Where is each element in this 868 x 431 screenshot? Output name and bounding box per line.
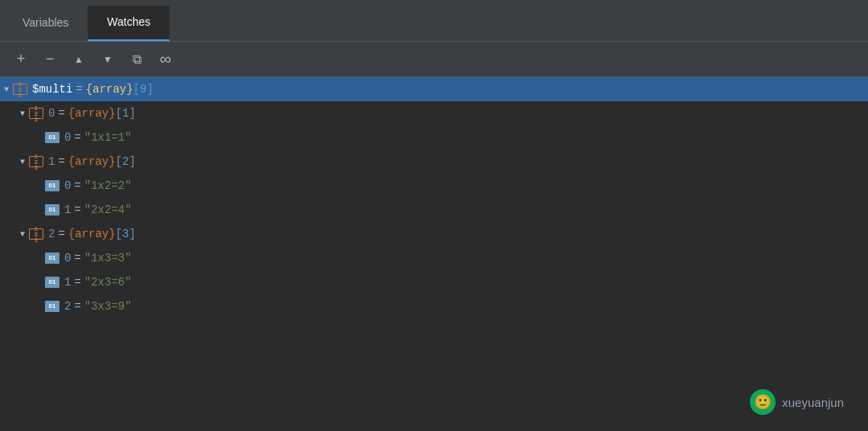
type-label: {array} <box>68 155 116 168</box>
tab-watches[interactable]: Watches <box>88 6 170 41</box>
count-label: [3] <box>116 228 136 240</box>
count-label: [9] <box>133 83 154 96</box>
var-name: 0 <box>64 252 71 265</box>
tree-row[interactable]: 123$multi = {array} [9] <box>0 77 868 101</box>
expand-arrow[interactable] <box>0 83 13 96</box>
tree-row[interactable]: 1230 = {array} [1] <box>0 101 868 125</box>
tree-row[interactable]: 012 = "3x3=9" <box>0 294 868 318</box>
remove-button[interactable]: − <box>40 50 59 69</box>
string-value: "2x3=6" <box>84 276 132 289</box>
toolbar: + − ▲ ▼ ⧉ ∞ <box>0 42 868 77</box>
string-value: "2x2=4" <box>84 203 132 216</box>
string-value: "1x1=1" <box>84 131 132 144</box>
equals-sign: = <box>76 83 82 96</box>
var-name: 2 <box>64 300 71 313</box>
array-icon: 123 <box>29 156 43 167</box>
equals-sign: = <box>74 252 80 265</box>
expand-arrow[interactable] <box>16 107 29 120</box>
infinity-button[interactable]: ∞ <box>156 50 175 69</box>
count-label: [1] <box>116 107 136 120</box>
var-name: 1 <box>48 155 55 168</box>
var-name: 1 <box>64 203 71 216</box>
string-value: "1x3=3" <box>84 252 132 265</box>
arrow-spacer <box>32 131 45 144</box>
tree-area: 123$multi = {array} [9]1230 = {array} [1… <box>0 77 868 431</box>
equals-sign: = <box>74 300 80 313</box>
move-down-button[interactable]: ▼ <box>98 50 117 69</box>
var-name: 0 <box>64 131 71 144</box>
array-icon: 123 <box>13 84 27 95</box>
equals-sign: = <box>58 155 64 168</box>
equals-sign: = <box>74 131 80 144</box>
copy-button[interactable]: ⧉ <box>127 50 146 69</box>
tree-row[interactable]: 1232 = {array} [3] <box>0 222 868 246</box>
expand-arrow[interactable] <box>16 228 29 240</box>
var-name: 2 <box>48 228 55 240</box>
string-icon: 01 <box>45 180 59 191</box>
watermark: 🙂 xueyuanjun <box>750 389 844 415</box>
string-value: "3x3=9" <box>84 300 132 313</box>
array-icon: 123 <box>29 108 43 119</box>
arrow-spacer <box>32 300 45 313</box>
arrow-spacer <box>32 276 45 289</box>
string-icon: 01 <box>45 204 59 216</box>
string-value: "1x2=2" <box>84 179 132 192</box>
tree-row[interactable]: 010 = "1x1=1" <box>0 125 868 150</box>
tree-row[interactable]: 1231 = {array} [2] <box>0 150 868 174</box>
tree-row[interactable]: 011 = "2x3=6" <box>0 270 868 294</box>
string-icon: 01 <box>45 252 59 264</box>
count-label: [2] <box>116 155 136 168</box>
type-label: {array} <box>68 228 116 240</box>
arrow-spacer <box>32 179 45 192</box>
equals-sign: = <box>74 203 80 216</box>
string-icon: 01 <box>45 132 59 143</box>
tree-row[interactable]: 010 = "1x3=3" <box>0 246 868 270</box>
var-name: 1 <box>64 276 71 289</box>
equals-sign: = <box>58 228 64 240</box>
tree-row[interactable]: 010 = "1x2=2" <box>0 174 868 198</box>
tree-row[interactable]: 011 = "2x2=4" <box>0 198 868 222</box>
expand-arrow[interactable] <box>16 155 29 168</box>
tab-bar: Variables Watches <box>0 0 868 42</box>
equals-sign: = <box>58 107 64 120</box>
var-name: 0 <box>64 179 71 192</box>
equals-sign: = <box>74 276 80 289</box>
string-icon: 01 <box>45 277 59 288</box>
arrow-spacer <box>32 252 45 265</box>
equals-sign: = <box>74 179 80 192</box>
move-up-button[interactable]: ▲ <box>69 50 88 69</box>
type-label: {array} <box>68 107 116 120</box>
arrow-spacer <box>32 203 45 216</box>
array-icon: 123 <box>29 228 43 240</box>
string-icon: 01 <box>45 301 59 312</box>
watermark-text: xueyuanjun <box>782 396 844 409</box>
type-label: {array} <box>86 83 133 96</box>
var-name: 0 <box>48 107 55 120</box>
tab-variables[interactable]: Variables <box>3 6 88 41</box>
watermark-icon: 🙂 <box>750 389 776 415</box>
var-name: $multi <box>32 83 72 96</box>
add-button[interactable]: + <box>11 50 31 69</box>
